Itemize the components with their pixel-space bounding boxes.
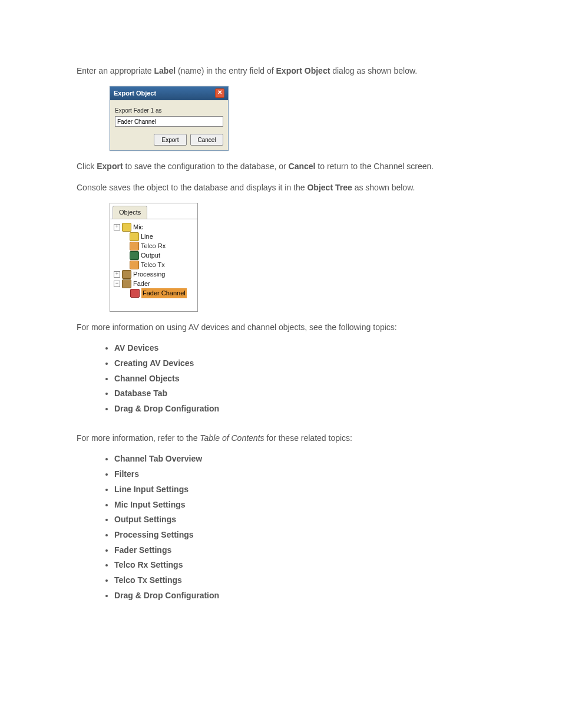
list-item: Drag & Drop Configuration [114, 589, 485, 602]
list-item: AV Devices [114, 342, 485, 355]
export-button[interactable]: Export [154, 134, 187, 146]
list-item: Line Input Settings [114, 483, 485, 496]
list-item: Channel Objects [114, 373, 485, 386]
objects-tab[interactable]: Objects [113, 206, 147, 219]
text: as shown below. [352, 183, 415, 192]
expand-icon[interactable]: + [114, 271, 120, 278]
output-icon [130, 251, 139, 260]
topic-list-b: Channel Tab Overview Filters Line Input … [77, 453, 485, 602]
paragraph-more-info-1: For more information on using AV devices… [77, 321, 485, 334]
fader-channel-icon [130, 289, 140, 298]
tree-node-processing[interactable]: + Processing [114, 270, 194, 279]
export-object-dialog: Export Object ✕ Export Fader 1 as Export… [110, 86, 229, 151]
tree-node-telco-rx[interactable]: Telco Rx [114, 242, 194, 251]
dialog-button-row: Export Cancel [115, 134, 223, 146]
tree-label: Output [141, 251, 160, 261]
list-item: Database Tab [114, 387, 485, 400]
tree-label: Telco Tx [141, 260, 165, 270]
list-item: Drag & Drop Configuration [114, 403, 485, 416]
list-item: Channel Tab Overview [114, 453, 485, 466]
tree-node-output[interactable]: Output [114, 251, 194, 261]
export-label-text: Export Fader 1 as [115, 106, 223, 116]
export-object-dialog-figure: Export Object ✕ Export Fader 1 as Export… [110, 86, 485, 151]
tree-node-mic[interactable]: + Mic [114, 223, 194, 232]
tree-label: Fader [133, 279, 150, 289]
topic-list-a: AV Devices Creating AV Devices Channel O… [77, 342, 485, 415]
text: For more information, refer to the [77, 433, 200, 443]
text: (name) in the entry field of [176, 66, 276, 75]
expand-icon[interactable]: + [114, 224, 120, 230]
paragraph-console-saves: Console saves the object to the database… [77, 182, 485, 195]
close-icon[interactable]: ✕ [215, 88, 224, 98]
cancel-bold: Cancel [289, 162, 316, 171]
text: to save the configuration to the databas… [123, 162, 289, 171]
collapse-icon[interactable]: − [114, 281, 120, 287]
list-item: Mic Input Settings [114, 499, 485, 512]
text: dialog as shown below. [330, 66, 417, 75]
toc-italic: Table of Contents [200, 433, 264, 443]
telco-tx-icon [130, 261, 139, 269]
dialog-body: Export Fader 1 as Export Cancel [110, 100, 228, 151]
tree-node-fader-channel[interactable]: Fader Channel [114, 289, 194, 298]
text: to return to the Channel screen. [315, 162, 434, 171]
paragraph-intro: Enter an appropriate Label (name) in the… [77, 65, 485, 78]
object-tree-panel: Objects + Mic Line Telco Rx [110, 203, 198, 312]
tree-body: + Mic Line Telco Rx Output [110, 219, 197, 311]
text: Console saves the object to the database… [77, 183, 307, 192]
list-item: Telco Tx Settings [114, 574, 485, 587]
cancel-button[interactable]: Cancel [190, 134, 223, 146]
tree-label: Processing [133, 269, 165, 279]
paragraph-click-export: Click Export to save the configuration t… [77, 160, 485, 173]
mic-icon [122, 223, 131, 232]
list-item: Processing Settings [114, 529, 485, 542]
list-item: Fader Settings [114, 544, 485, 557]
label-bold: Label [154, 66, 176, 75]
tree-node-telco-tx[interactable]: Telco Tx [114, 261, 194, 270]
fader-icon [122, 279, 131, 288]
text: Click [77, 162, 97, 171]
tree-label: Mic [133, 222, 143, 232]
object-tree-bold: Object Tree [307, 183, 352, 192]
tree-label: Line [141, 232, 153, 242]
dialog-title-text: Export Object [114, 88, 156, 98]
list-item: Creating AV Devices [114, 357, 485, 370]
list-item: Output Settings [114, 513, 485, 526]
paragraph-more-info-2: For more information, refer to the Table… [77, 432, 485, 445]
export-name-input[interactable] [115, 116, 223, 127]
list-item: Telco Rx Settings [114, 559, 485, 572]
object-tree-figure: Objects + Mic Line Telco Rx [110, 203, 485, 312]
processing-icon [122, 270, 131, 279]
telco-rx-icon [130, 242, 139, 251]
document-page: Enter an appropriate Label (name) in the… [0, 0, 562, 728]
list-item: Filters [114, 468, 485, 481]
tree-node-line[interactable]: Line [114, 232, 194, 242]
text: for these related topics: [265, 433, 352, 443]
tree-label: Telco Rx [141, 241, 166, 251]
text: Enter an appropriate [77, 66, 154, 75]
line-icon [130, 232, 139, 241]
dialog-titlebar: Export Object ✕ [110, 87, 228, 100]
tree-node-fader[interactable]: − Fader [114, 279, 194, 289]
export-bold: Export [97, 162, 123, 171]
tree-label-selected: Fader Channel [141, 288, 187, 298]
export-object-bold: Export Object [276, 66, 330, 75]
